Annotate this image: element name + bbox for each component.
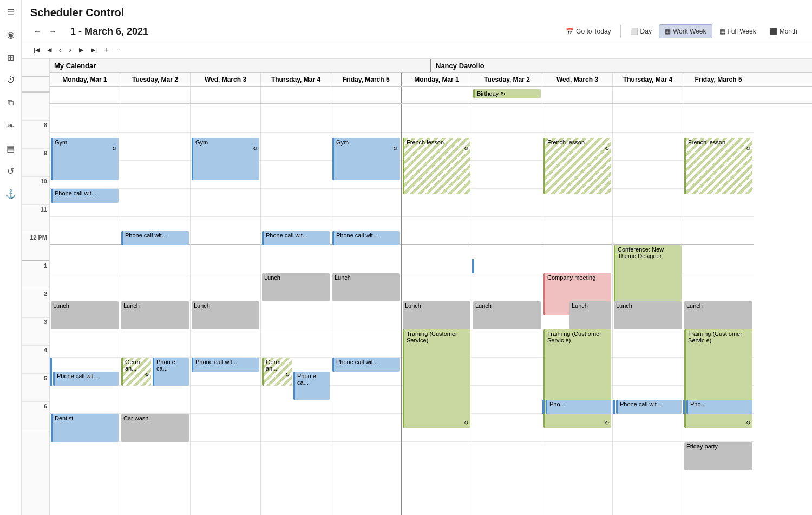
slot-nc-tue-8[interactable] bbox=[472, 133, 542, 161]
ev-my-mon-phonecall[interactable]: Phone call wit... bbox=[51, 189, 119, 203]
next-small-btn[interactable]: › bbox=[66, 43, 75, 56]
slot-nc-wed-12[interactable] bbox=[542, 245, 612, 273]
ev-my-tue-phone[interactable]: Phone call wit... bbox=[121, 231, 189, 245]
allday-nc-tue[interactable]: Birthday ↻ bbox=[472, 87, 542, 103]
slot-my-thu-18[interactable] bbox=[261, 414, 331, 442]
sidebar-history-icon[interactable]: ↺ bbox=[4, 164, 17, 177]
slot-my-thu-15[interactable] bbox=[261, 329, 331, 358]
slot-nc-thu-7[interactable] bbox=[613, 104, 683, 133]
slot-nc-mon-12[interactable] bbox=[402, 245, 472, 273]
slot-my-thu-9[interactable] bbox=[261, 161, 331, 189]
goto-today-button[interactable]: 📅 Go to Today bbox=[560, 24, 617, 38]
ev-my-fri-phone[interactable]: Phone call wit... bbox=[332, 231, 400, 245]
sidebar-eye-icon[interactable]: ◉ bbox=[4, 28, 17, 41]
slot-my-tue-8[interactable] bbox=[120, 133, 190, 161]
remove-btn[interactable]: − bbox=[113, 43, 124, 56]
slot-my-mon-7[interactable] bbox=[50, 104, 120, 133]
ev-nc-mon-lunch[interactable]: Lunch bbox=[403, 301, 470, 329]
sidebar-bookmark-icon[interactable]: ❧ bbox=[4, 119, 17, 132]
slot-my-tue-10[interactable] bbox=[120, 189, 190, 217]
slot-nc-tue-12[interactable] bbox=[472, 245, 542, 273]
birthday-event[interactable]: Birthday ↻ bbox=[473, 89, 541, 98]
ev-my-wed-gym[interactable]: Gym ↻ bbox=[192, 138, 259, 180]
slot-my-wed-18[interactable] bbox=[191, 414, 260, 442]
slot-my-wed-13[interactable] bbox=[191, 273, 260, 301]
slot-my-mon-13[interactable] bbox=[50, 273, 120, 301]
slot-nc-tue-16[interactable] bbox=[472, 358, 542, 386]
slot-my-fri-7[interactable] bbox=[331, 104, 401, 133]
sidebar-menu-icon[interactable]: ☰ bbox=[4, 5, 17, 18]
slot-my-tue-9[interactable] bbox=[120, 161, 190, 189]
slot-nc-fri-12[interactable] bbox=[683, 245, 754, 273]
ev-nc-fri-lunch[interactable]: Lunch bbox=[684, 301, 752, 329]
slot-my-thu-7[interactable] bbox=[261, 104, 331, 133]
ev-nc-fri-pho[interactable]: Pho... bbox=[686, 400, 752, 414]
slot-my-thu-14[interactable] bbox=[261, 301, 331, 329]
slot-my-tue-13[interactable] bbox=[120, 273, 190, 301]
ev-nc-tue-lunch[interactable]: Lunch bbox=[473, 301, 541, 329]
sidebar-layers-icon[interactable]: ⧉ bbox=[4, 96, 17, 109]
slot-my-mon-15[interactable] bbox=[50, 329, 120, 358]
slot-my-tue-12[interactable] bbox=[120, 245, 190, 273]
first-btn[interactable]: |◀ bbox=[30, 44, 43, 56]
slot-nc-thu-9[interactable] bbox=[613, 161, 683, 189]
ev-my-wed-lunch[interactable]: Lunch bbox=[192, 301, 259, 329]
ev-my-mon-phonecall3[interactable]: Phone call wit... bbox=[53, 372, 119, 386]
slot-nc-tue-10[interactable] bbox=[472, 189, 542, 217]
slot-nc-tue-15[interactable] bbox=[472, 329, 542, 358]
ev-my-thu-lunch[interactable]: Lunch bbox=[262, 273, 330, 301]
slot-my-fri-18[interactable] bbox=[331, 414, 401, 442]
slot-nc-wed-7[interactable] bbox=[542, 104, 612, 133]
slot-my-thu-10[interactable] bbox=[261, 189, 331, 217]
sidebar-grid-icon[interactable]: ⊞ bbox=[4, 51, 17, 64]
slot-my-thu-12[interactable] bbox=[261, 245, 331, 273]
slot-my-wed-17[interactable] bbox=[191, 386, 260, 414]
slot-my-mon-12[interactable] bbox=[50, 245, 120, 273]
slot-nc-tue-9[interactable] bbox=[472, 161, 542, 189]
slot-nc-mon-11[interactable] bbox=[402, 217, 472, 245]
ev-my-thu-german[interactable]: Germ an... ↻ bbox=[262, 358, 292, 386]
ev-my-mon-dentist[interactable]: Dentist bbox=[51, 414, 119, 442]
ev-my-mon-gym[interactable]: Gym ↻ bbox=[51, 138, 119, 180]
slot-nc-fri-7[interactable] bbox=[683, 104, 754, 133]
ev-nc-mon-french[interactable]: French lesson ↻ bbox=[403, 138, 470, 194]
slot-my-tue-17[interactable] bbox=[120, 386, 190, 414]
ev-my-tue-lunch[interactable]: Lunch bbox=[121, 301, 189, 329]
sidebar-chart-icon[interactable]: ▤ bbox=[4, 142, 17, 155]
ev-nc-thu-lunch[interactable]: Lunch bbox=[614, 301, 682, 329]
slot-nc-fri-13[interactable] bbox=[683, 273, 754, 301]
next-btn[interactable]: ▶ bbox=[76, 44, 87, 56]
sidebar-clock-icon[interactable]: ⏱ bbox=[4, 74, 17, 87]
prev-small-btn[interactable]: ‹ bbox=[56, 43, 65, 56]
day-view-button[interactable]: ⬜ Day bbox=[624, 24, 658, 38]
forward-button[interactable]: → bbox=[45, 25, 60, 38]
ev-my-fri-phone2[interactable]: Phone call wit... bbox=[332, 358, 400, 372]
ev-nc-fri-french[interactable]: French lesson ↻ bbox=[684, 138, 752, 194]
slot-my-wed-15[interactable] bbox=[191, 329, 260, 358]
ev-my-thu-phone[interactable]: Phone call wit... bbox=[262, 231, 330, 245]
month-view-button[interactable]: ⬛ Month bbox=[763, 24, 803, 38]
sidebar-link-icon[interactable]: ⚓ bbox=[4, 187, 17, 200]
slot-my-wed-11[interactable] bbox=[191, 217, 260, 245]
slot-my-fri-17[interactable] bbox=[331, 386, 401, 414]
ev-nc-fri-party[interactable]: Friday party bbox=[684, 442, 752, 470]
slot-my-mon-11[interactable] bbox=[50, 217, 120, 245]
ev-nc-mon-training[interactable]: Training (Customer Service) ↻ bbox=[403, 329, 470, 428]
slot-nc-tue-13[interactable] bbox=[472, 273, 542, 301]
prev-btn[interactable]: ◀ bbox=[44, 44, 55, 56]
slot-nc-thu-18[interactable] bbox=[613, 414, 683, 442]
slot-my-fri-14[interactable] bbox=[331, 301, 401, 329]
ev-my-thu-phone2[interactable]: Phon e ca... bbox=[293, 372, 330, 400]
slot-my-fri-10[interactable] bbox=[331, 189, 401, 217]
slot-my-wed-12[interactable] bbox=[191, 245, 260, 273]
slot-my-thu-8[interactable] bbox=[261, 133, 331, 161]
ev-my-mon-lunch[interactable]: Lunch bbox=[51, 301, 119, 329]
add-btn[interactable]: + bbox=[101, 43, 112, 56]
slot-nc-tue-11[interactable] bbox=[472, 217, 542, 245]
slot-my-tue-15[interactable] bbox=[120, 329, 190, 358]
slot-nc-tue-17[interactable] bbox=[472, 386, 542, 414]
slot-my-mon-17[interactable] bbox=[50, 386, 120, 414]
ev-nc-wed-lunch[interactable]: Lunch bbox=[569, 301, 611, 329]
ev-nc-wed-pho[interactable]: Pho... bbox=[546, 400, 611, 414]
slot-nc-thu-10[interactable] bbox=[613, 189, 683, 217]
